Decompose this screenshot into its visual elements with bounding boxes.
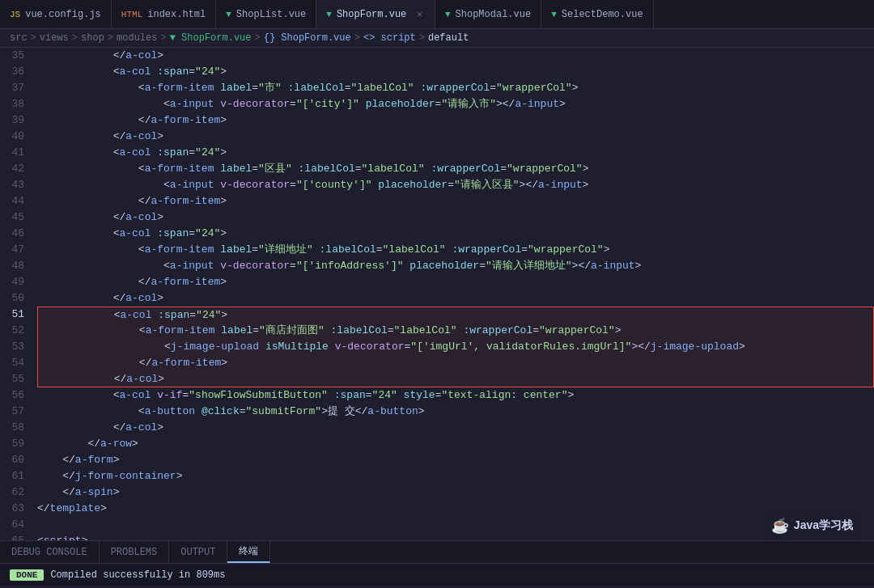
ln-50: 50: [6, 290, 24, 307]
tab-output-label: OUTPUT: [180, 547, 215, 558]
bc-script: <> script: [363, 32, 416, 44]
code-line-52: <a-form-item label="商店封面图" :labelCol="la…: [37, 323, 874, 339]
code-line-58: </a-col>: [37, 420, 874, 436]
tab-label: ShopForm.vue: [337, 9, 406, 20]
tab-shopmodal[interactable]: ▼ ShopModal.vue: [435, 0, 541, 28]
ln-64: 64: [6, 517, 24, 533]
watermark-text: Java学习栈: [794, 518, 853, 533]
code-line-38: <a-input v-decorator="['city']" placehol…: [37, 96, 874, 112]
watermark: ☕ Java学习栈: [763, 512, 861, 539]
terminal-area: DONE Compiled successfully in 809ms: [0, 563, 874, 586]
js-icon: JS: [10, 10, 20, 19]
ln-60: 60: [6, 452, 24, 468]
done-badge: DONE: [10, 569, 44, 581]
code-line-45: </a-col>: [37, 209, 874, 226]
ln-51: 51: [6, 307, 24, 323]
bc-modules: modules: [117, 32, 157, 44]
ln-62: 62: [6, 484, 24, 501]
ln-53: 53: [6, 339, 24, 355]
terminal-message: Compiled successfully in 809ms: [50, 569, 225, 581]
tab-label: ShopModal.vue: [456, 9, 532, 20]
html-icon: HTML: [121, 10, 142, 19]
code-line-62: </a-spin>: [37, 484, 874, 501]
ln-57: 57: [6, 404, 24, 420]
code-line-46: <a-col :span="24">: [37, 226, 874, 242]
tab-close-icon[interactable]: ✕: [414, 8, 425, 20]
ln-54: 54: [6, 355, 24, 371]
ln-56: 56: [6, 387, 24, 404]
ln-44: 44: [6, 193, 24, 209]
code-line-59: </a-row>: [37, 436, 874, 452]
code-line-48: <a-input v-decorator="['infoAddress']" p…: [37, 258, 874, 274]
code-line-57: <a-button @click="submitForm">提 交</a-but…: [37, 404, 874, 420]
vue-icon: ▼: [326, 10, 332, 19]
code-line-40: </a-col>: [37, 129, 874, 145]
code-line-55: </a-col>: [37, 371, 874, 387]
breadcrumb: src > views > shop > modules > ▼ ShopFor…: [0, 29, 874, 48]
code-line-37: <a-form-item label="市" :labelCol="labelC…: [37, 80, 874, 96]
ln-46: 46: [6, 226, 24, 242]
tab-output[interactable]: OUTPUT: [169, 541, 227, 563]
ln-58: 58: [6, 420, 24, 436]
code-line-50: </a-col>: [37, 290, 874, 307]
watermark-icon: ☕: [771, 517, 789, 535]
bc-default: default: [428, 32, 469, 44]
code-line-42: <a-form-item label="区县" :labelCol="label…: [37, 161, 874, 177]
line-numbers: 35 36 37 38 39 40 41 42 43 44 45 46 47 4…: [0, 48, 34, 540]
ln-65: 65: [6, 533, 24, 540]
code-area[interactable]: </a-col> <a-col :span="24"> <a-form-item…: [34, 48, 874, 540]
tab-selectdemo[interactable]: ▼ SelectDemo.vue: [541, 0, 653, 28]
tab-label: index.html: [147, 9, 206, 20]
code-line-53: <j-image-upload isMultiple v-decorator="…: [37, 339, 874, 355]
tab-vue-config[interactable]: JS vue.config.js: [0, 0, 112, 28]
code-line-63: </template>: [37, 501, 874, 517]
code-line-44: </a-form-item>: [37, 193, 874, 209]
vue-icon: ▼: [445, 10, 451, 19]
ln-35: 35: [6, 48, 24, 64]
ln-47: 47: [6, 242, 24, 258]
code-line-60: </a-form>: [37, 452, 874, 468]
ln-63: 63: [6, 501, 24, 517]
code-line-54: </a-form-item>: [37, 355, 874, 371]
tab-debug-console[interactable]: DEBUG CONSOLE: [0, 541, 100, 563]
tab-label: vue.config.js: [25, 9, 101, 20]
ln-49: 49: [6, 274, 24, 290]
tab-problems[interactable]: PROBLEMS: [100, 541, 170, 563]
code-line-49: </a-form-item>: [37, 274, 874, 290]
tab-problems-label: PROBLEMS: [111, 547, 158, 558]
ln-52: 52: [6, 323, 24, 339]
ln-37: 37: [6, 80, 24, 96]
tab-terminal[interactable]: 终端: [227, 541, 270, 563]
ln-48: 48: [6, 258, 24, 274]
code-line-61: </j-form-container>: [37, 468, 874, 484]
bc-views: views: [40, 32, 69, 44]
tab-label: SelectDemo.vue: [562, 9, 643, 20]
vue-icon: ▼: [551, 10, 557, 19]
tab-label: ShopList.vue: [236, 9, 306, 20]
ln-55: 55: [6, 371, 24, 387]
code-line-56: <a-col v-if="showFlowSubmitButton" :span…: [37, 387, 874, 404]
tab-bar: JS vue.config.js HTML index.html ▼ ShopL…: [0, 0, 874, 29]
code-line-51: <a-col :span="24">: [37, 307, 874, 323]
tab-terminal-label: 终端: [239, 544, 258, 558]
code-line-35: </a-col>: [37, 48, 874, 64]
code-line-65: <script>: [37, 533, 874, 540]
code-line-39: </a-form-item>: [37, 112, 874, 129]
ln-42: 42: [6, 161, 24, 177]
bc-src: src: [10, 32, 28, 44]
ln-36: 36: [6, 64, 24, 80]
code-line-43: <a-input v-decorator="['county']" placeh…: [37, 177, 874, 193]
ln-43: 43: [6, 177, 24, 193]
bottom-panel-tabs: DEBUG CONSOLE PROBLEMS OUTPUT 终端: [0, 540, 874, 563]
ln-40: 40: [6, 129, 24, 145]
bc-shopform-vue: ▼ ShopForm.vue: [170, 32, 252, 44]
editor: 35 36 37 38 39 40 41 42 43 44 45 46 47 4…: [0, 48, 874, 540]
code-line-47: <a-form-item label="详细地址" :labelCol="lab…: [37, 242, 874, 258]
tab-index-html[interactable]: HTML index.html: [112, 0, 216, 28]
ln-45: 45: [6, 209, 24, 226]
tab-shopform[interactable]: ▼ ShopForm.vue ✕: [316, 0, 435, 29]
code-line-64: [37, 517, 874, 533]
bc-shop: shop: [81, 32, 104, 44]
tab-debug-label: DEBUG CONSOLE: [11, 547, 87, 558]
tab-shoplist[interactable]: ▼ ShopList.vue: [216, 0, 316, 28]
